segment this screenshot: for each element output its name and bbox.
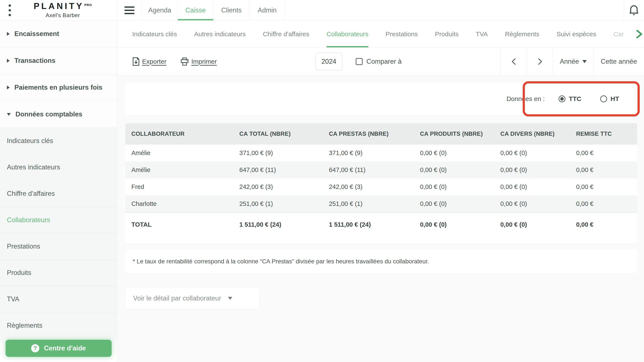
period-dropdown[interactable]: Année bbox=[553, 48, 594, 75]
data-mode-panel: Données en : TTC HT bbox=[125, 82, 637, 115]
next-period-button[interactable] bbox=[527, 48, 553, 75]
sidebar-item-indicateurs-cles[interactable]: Indicateurs clés bbox=[0, 128, 117, 154]
toolbar: Exporter Imprimer 2024 bbox=[117, 48, 644, 75]
tabs-overflow-button[interactable] bbox=[634, 29, 643, 39]
sidebar-item-autres-indicateurs[interactable]: Autres indicateurs bbox=[0, 154, 117, 181]
chevron-right-icon bbox=[7, 32, 10, 36]
sidebar-item-prestations[interactable]: Prestations bbox=[0, 233, 117, 260]
toolbar-middle: 2024 Comparer à bbox=[217, 48, 500, 75]
cell-total-label: TOTAL bbox=[125, 221, 233, 228]
column-header: COLLABORATEUR bbox=[125, 131, 233, 137]
sidebar-group-label: Transactions bbox=[14, 57, 56, 64]
tab-chiffre-daffaires[interactable]: Chiffre d'affaires bbox=[263, 20, 309, 47]
sidebar-item-produits[interactable]: Produits bbox=[0, 260, 117, 286]
footnote-panel: * Le taux de rentabilité correspond à la… bbox=[125, 249, 637, 273]
tab-collaborateurs[interactable]: Collaborateurs bbox=[326, 20, 368, 47]
tab-produits[interactable]: Produits bbox=[435, 20, 458, 47]
app-root: PLANITYPRO Axel's Barber Agenda Caisse C… bbox=[0, 0, 644, 362]
compare-checkbox[interactable] bbox=[356, 58, 362, 65]
top-tab-agenda[interactable]: Agenda bbox=[142, 0, 178, 20]
sidebar-item-chiffre-daffaires[interactable]: Chiffre d'affaires bbox=[0, 181, 117, 207]
this-year-label: Cette année bbox=[601, 58, 637, 65]
top-header: PLANITYPRO Axel's Barber Agenda Caisse C… bbox=[0, 0, 644, 20]
radio-option-ttc[interactable]: TTC bbox=[558, 95, 581, 102]
top-tab-caisse[interactable]: Caisse bbox=[178, 0, 214, 20]
tab-tva[interactable]: TVA bbox=[476, 20, 488, 47]
cell-ca-produits: 0,00 € (0) bbox=[414, 200, 494, 207]
brand-area: PLANITYPRO Axel's Barber bbox=[0, 0, 117, 20]
cell-ca-prestas: 371,00 € (9) bbox=[323, 149, 414, 157]
printer-icon bbox=[180, 57, 189, 66]
cell-ca-divers: 0,00 € (0) bbox=[494, 149, 570, 157]
hamburger-icon bbox=[124, 6, 134, 14]
sidebar-group-donnees-comptables[interactable]: Données comptables bbox=[0, 101, 117, 128]
print-button[interactable]: Imprimer bbox=[180, 57, 216, 66]
cell-remise: 0,00 € bbox=[570, 183, 637, 190]
sidebar-item-tva[interactable]: TVA bbox=[0, 286, 117, 313]
toolbar-left: Exporter Imprimer bbox=[117, 48, 217, 75]
cell-ca-produits: 0,00 € (0) bbox=[414, 183, 494, 190]
help-center-button[interactable]: ? Centre d'aide bbox=[6, 340, 112, 357]
sidebar-item-collaborateurs[interactable]: Collaborateurs bbox=[0, 207, 117, 233]
radio-ttc-label: TTC bbox=[569, 95, 581, 102]
tab-truncated[interactable]: Car bbox=[614, 20, 624, 47]
radio-ttc-icon[interactable] bbox=[558, 95, 566, 102]
table-row: Charlotte 251,00 € (1) 251,00 € (1) 0,00… bbox=[125, 195, 637, 212]
tab-indicateurs-cles[interactable]: Indicateurs clés bbox=[132, 20, 177, 47]
print-label: Imprimer bbox=[191, 58, 216, 65]
cell-ca-prestas: 251,00 € (1) bbox=[323, 200, 414, 207]
caret-down-icon bbox=[582, 60, 587, 63]
help-center-label: Centre d'aide bbox=[44, 345, 86, 352]
radio-ht-icon[interactable] bbox=[600, 95, 607, 102]
cell-ca-total: 251,00 € (1) bbox=[233, 200, 323, 207]
content-area: Données en : TTC HT COLLAB bbox=[117, 75, 644, 362]
chevron-left-icon bbox=[511, 58, 517, 65]
export-button[interactable]: Exporter bbox=[132, 57, 166, 66]
this-year-button[interactable]: Cette année bbox=[594, 48, 644, 75]
top-tab-admin[interactable]: Admin bbox=[249, 0, 285, 20]
sidebar-group-paiements[interactable]: Paiements en plusieurs fois bbox=[0, 74, 117, 101]
column-header: CA DIVERS (NBRE) bbox=[494, 131, 570, 137]
tab-suivi-especes[interactable]: Suivi espèces bbox=[556, 20, 596, 47]
data-mode-options: Données en : TTC HT bbox=[506, 95, 619, 102]
tab-reglements[interactable]: Règlements bbox=[505, 20, 539, 47]
export-label: Exporter bbox=[142, 58, 166, 65]
tab-prestations[interactable]: Prestations bbox=[386, 20, 418, 47]
chevron-right-icon bbox=[537, 58, 543, 65]
main-area: Indicateurs clés Autres indicateurs Chif… bbox=[117, 20, 644, 362]
column-header: CA PRESTAS (NBRE) bbox=[323, 131, 414, 137]
cell-ca-total: 371,00 € (9) bbox=[233, 149, 323, 157]
sidebar-group-label: Données comptables bbox=[16, 110, 82, 118]
top-tab-clients[interactable]: Clients bbox=[214, 0, 249, 20]
help-area: ? Centre d'aide bbox=[0, 335, 117, 362]
bell-icon bbox=[629, 5, 639, 16]
radio-option-ht[interactable]: HT bbox=[600, 95, 619, 102]
column-header: CA TOTAL (NBRE) bbox=[233, 131, 323, 137]
sidebar-group-label: Paiements en plusieurs fois bbox=[14, 84, 102, 91]
cell-total-ca-prestas: 1 511,00 € (24) bbox=[323, 221, 414, 228]
question-mark-icon: ? bbox=[31, 344, 39, 352]
cell-collaborator: Charlotte bbox=[125, 200, 233, 207]
radio-ht-label: HT bbox=[610, 95, 619, 102]
cell-total-ca-divers: 0,00 € (0) bbox=[494, 221, 570, 228]
detail-button-label: Voir le détail par collaborateur bbox=[133, 295, 221, 302]
column-header: CA PRODUITS (NBRE) bbox=[414, 131, 494, 137]
cell-total-ca-total: 1 511,00 € (24) bbox=[233, 221, 323, 228]
compare-toggle[interactable]: Comparer à bbox=[356, 58, 402, 65]
previous-period-button[interactable] bbox=[500, 48, 527, 75]
tab-autres-indicateurs[interactable]: Autres indicateurs bbox=[194, 20, 246, 47]
year-selector[interactable]: 2024 bbox=[315, 52, 342, 70]
chevron-right-icon bbox=[7, 59, 10, 63]
cell-ca-total: 647,00 € (11) bbox=[233, 166, 323, 173]
cell-ca-divers: 0,00 € (0) bbox=[494, 183, 570, 190]
kebab-menu-icon[interactable] bbox=[8, 4, 11, 16]
hamburger-menu-button[interactable] bbox=[117, 0, 142, 20]
cell-remise: 0,00 € bbox=[570, 149, 637, 157]
detail-per-collaborator-button[interactable]: Voir le détail par collaborateur bbox=[125, 288, 260, 309]
salon-name: Axel's Barber bbox=[8, 12, 117, 19]
sidebar-group-encaissement[interactable]: Encaissement bbox=[0, 20, 117, 47]
toolbar-right: Année Cette année bbox=[500, 48, 644, 75]
notifications-button[interactable] bbox=[624, 0, 644, 20]
brand-logo: PLANITYPRO Axel's Barber bbox=[0, 2, 117, 19]
sidebar-group-transactions[interactable]: Transactions bbox=[0, 47, 117, 74]
